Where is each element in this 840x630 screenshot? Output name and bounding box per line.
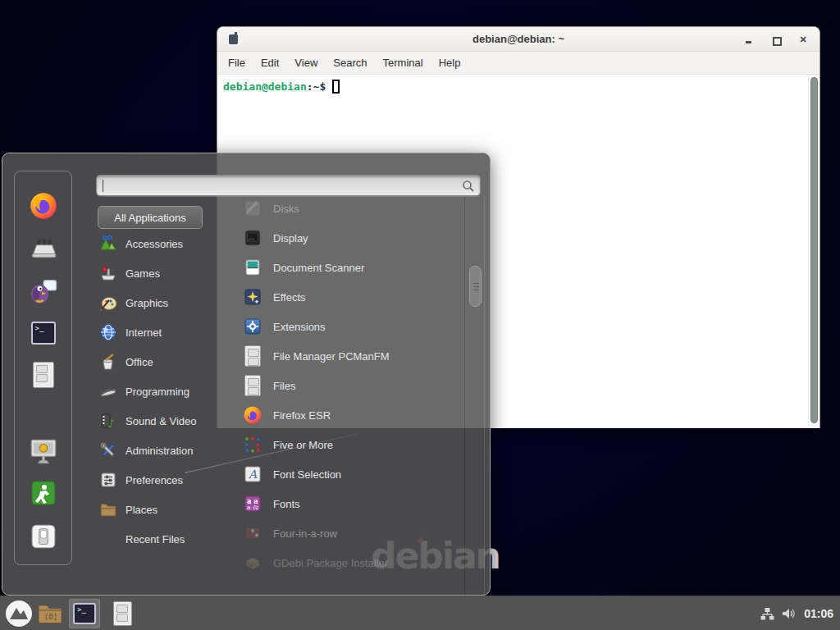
taskbar-file-manager-button[interactable]: [D] <box>34 599 66 628</box>
places-folder-icon <box>99 500 117 518</box>
five-or-more-icon <box>243 435 262 454</box>
firefox-icon <box>243 405 262 425</box>
minimize-button[interactable] <box>744 34 754 44</box>
programming-icon <box>99 382 117 400</box>
terminal-menubar: File Edit View Search Terminal Help <box>217 52 819 75</box>
favorite-lock-screen-icon[interactable] <box>28 436 59 467</box>
files-icon <box>243 376 262 395</box>
maximize-button[interactable] <box>771 34 781 44</box>
terminal-scrollbar-thumb[interactable] <box>810 77 818 423</box>
menu-file[interactable]: File <box>228 57 245 69</box>
file-manager-icon <box>243 346 262 366</box>
category-preferences[interactable]: Preferences <box>99 467 231 493</box>
accessories-icon <box>99 235 117 253</box>
gdebi-icon <box>243 553 262 573</box>
disks-icon <box>243 199 262 218</box>
app-extensions[interactable]: Extensions <box>243 313 466 340</box>
app-five-or-more[interactable]: Five or More <box>243 431 466 458</box>
app-display[interactable]: Display <box>243 225 466 251</box>
close-button[interactable]: ✕ <box>798 34 808 44</box>
games-icon <box>99 264 117 282</box>
office-icon <box>99 353 117 371</box>
extensions-icon <box>243 317 262 336</box>
display-icon <box>243 228 262 248</box>
favorite-settings-icon[interactable] <box>28 232 59 263</box>
files-cabinet-icon <box>113 601 132 626</box>
administration-icon <box>99 441 117 459</box>
favorite-logout-icon[interactable] <box>28 477 59 509</box>
menu-edit[interactable]: Edit <box>261 57 279 69</box>
terminal-window-title: debian@debian: ~ <box>217 33 819 45</box>
category-programming[interactable]: Programming <box>99 378 231 404</box>
svg-text:[D]: [D] <box>44 613 57 621</box>
menu-terminal[interactable]: Terminal <box>383 57 423 69</box>
menu-button[interactable] <box>3 599 34 628</box>
sound-video-icon: ♪ <box>99 412 117 430</box>
system-tray: 01:06 <box>760 596 833 630</box>
category-recent-files[interactable]: Recent Files <box>99 526 231 552</box>
fonts-icon: a aa & <box>243 494 262 514</box>
menu-logo-icon <box>5 600 33 628</box>
graphics-icon <box>99 294 117 312</box>
document-scanner-icon <box>243 258 262 277</box>
folder-icon: [D] <box>37 602 63 625</box>
category-internet[interactable]: Internet <box>99 319 231 345</box>
favorite-pidgin-icon[interactable] <box>28 275 59 306</box>
app-files[interactable]: Files <box>243 372 466 399</box>
search-icon <box>462 180 475 193</box>
svg-text:A: A <box>248 468 258 481</box>
app-document-scanner[interactable]: Document Scanner <box>243 254 466 281</box>
app-firefox-esr[interactable]: Firefox ESR <box>243 402 466 428</box>
terminal-icon: >_ <box>73 603 96 624</box>
taskbar: [D] >_ 01:06 <box>0 596 840 630</box>
volume-icon[interactable] <box>782 607 797 620</box>
category-sound-video[interactable]: ♪ Sound & Video <box>99 408 231 434</box>
network-icon[interactable] <box>760 607 774 620</box>
application-menu: >_ All Applications Accessories <box>2 153 491 596</box>
menu-search[interactable]: Search <box>333 57 367 69</box>
menu-search-input[interactable] <box>103 177 448 194</box>
category-games[interactable]: Games <box>99 260 231 286</box>
prompt-user-host: debian@debian <box>223 80 307 93</box>
app-file-manager-pcmanfm[interactable]: File Manager PCManFM <box>243 343 466 369</box>
taskbar-files-button[interactable] <box>107 599 138 628</box>
app-four-in-a-row[interactable]: Four-in-a-row <box>243 520 466 546</box>
app-fonts[interactable]: a aa & Fonts <box>243 491 466 517</box>
terminal-cursor <box>332 80 340 94</box>
taskbar-terminal-button[interactable]: >_ <box>69 599 100 628</box>
menu-scrollbar-track[interactable] <box>464 198 485 630</box>
desktop: debian debian@debian: ~ ✕ File Edit View… <box>0 0 840 630</box>
category-administration[interactable]: Administration <box>99 437 231 463</box>
category-office[interactable]: Office <box>99 349 231 375</box>
terminal-titlebar[interactable]: debian@debian: ~ ✕ <box>217 27 819 52</box>
favorite-firefox-icon[interactable] <box>28 190 59 221</box>
menu-help[interactable]: Help <box>439 57 461 69</box>
app-disks[interactable]: Disks <box>243 195 466 221</box>
preferences-icon <box>99 471 117 489</box>
prompt-suffix: :~$ <box>307 80 326 93</box>
font-selection-icon: A <box>243 464 262 484</box>
favorites-panel: >_ <box>14 171 72 565</box>
menu-view[interactable]: View <box>294 57 317 69</box>
menu-scrollbar-thumb[interactable] <box>469 266 482 307</box>
category-all-applications[interactable]: All Applications <box>98 206 203 229</box>
favorite-terminal-icon[interactable]: >_ <box>28 317 59 349</box>
internet-icon <box>99 323 117 341</box>
svg-text:♪: ♪ <box>107 417 115 430</box>
app-font-selection[interactable]: A Font Selection <box>243 461 466 487</box>
favorite-shutdown-icon[interactable] <box>28 521 59 552</box>
four-in-a-row-icon <box>243 523 262 543</box>
category-graphics[interactable]: Graphics <box>99 290 231 316</box>
svg-text:a &: a & <box>247 504 258 511</box>
category-accessories[interactable]: Accessories <box>99 231 231 257</box>
category-places[interactable]: Places <box>99 496 231 523</box>
clock[interactable]: 01:06 <box>804 607 833 620</box>
terminal-scrollbar[interactable] <box>808 75 819 426</box>
app-gdebi-package-installer[interactable]: GDebi Package Installer <box>243 550 466 576</box>
favorite-files-icon[interactable] <box>28 359 59 390</box>
app-effects[interactable]: Effects <box>243 284 466 310</box>
menu-search-box[interactable] <box>96 175 481 196</box>
effects-icon <box>243 287 262 307</box>
